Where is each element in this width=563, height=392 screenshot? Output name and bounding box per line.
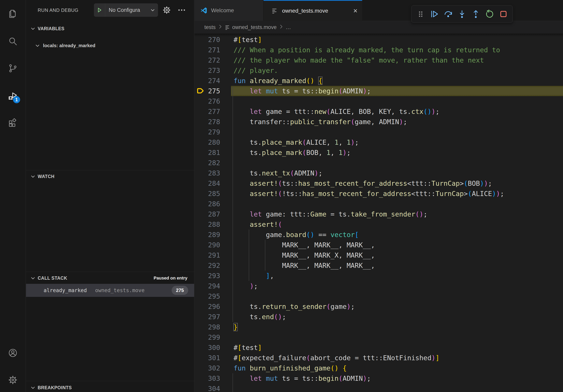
line-number[interactable]: 285: [194, 188, 220, 199]
line-number[interactable]: 284: [194, 178, 220, 188]
line-number[interactable]: 273: [194, 65, 220, 76]
code-line-302[interactable]: 302fun burn_unfinished_game() {: [194, 363, 563, 373]
code-area[interactable]: 270#[test]271/// When a position is alre…: [194, 34, 563, 392]
tab-close-icon[interactable]: ×: [353, 7, 358, 14]
code-line-296[interactable]: 296 ts.return_to_sender(game);: [194, 301, 563, 312]
code-line-278[interactable]: 278 transfer::public_transfer(game, ADMI…: [194, 117, 563, 127]
line-number[interactable]: 290: [194, 240, 220, 250]
line-number[interactable]: 293: [194, 271, 220, 281]
code-line-273[interactable]: 273/// player.: [194, 65, 563, 76]
code-line-283[interactable]: 283 ts.next_tx(ADMIN);: [194, 168, 563, 178]
line-number[interactable]: 302: [194, 363, 220, 373]
line-number[interactable]: 283: [194, 168, 220, 178]
code-line-289[interactable]: 289 game.board() == vector[: [194, 230, 563, 240]
line-number[interactable]: 282: [194, 158, 220, 168]
line-number[interactable]: 278: [194, 117, 220, 127]
line-number[interactable]: 286: [194, 199, 220, 209]
breadcrumb-item-file[interactable]: owned_tests.move: [232, 24, 277, 30]
code-line-291[interactable]: 291 MARK__, MARK_X, MARK__,: [194, 250, 563, 260]
line-number[interactable]: 292: [194, 260, 220, 271]
code-line-295[interactable]: 295: [194, 291, 563, 301]
line-number[interactable]: 301: [194, 353, 220, 363]
code-line-275[interactable]: 275 let mut ts = ts::begin(ADMIN);: [194, 86, 563, 96]
code-line-298[interactable]: 298}: [194, 322, 563, 332]
line-number[interactable]: 298: [194, 322, 220, 332]
code-line-272[interactable]: 272/// the player who made the "false" m…: [194, 55, 563, 65]
code-line-284[interactable]: 284 assert!(ts::has_most_recent_for_addr…: [194, 178, 563, 188]
code-line-287[interactable]: 287 let game: ttt::Game = ts.take_from_s…: [194, 209, 563, 219]
breadcrumb-item-tests[interactable]: tests: [204, 24, 216, 30]
debug-settings-gear-icon[interactable]: [162, 6, 171, 15]
tab-owned-tests[interactable]: owned_tests.move ×: [264, 0, 362, 21]
source-control-icon[interactable]: [7, 63, 19, 74]
breadcrumb-item-symbol[interactable]: …: [286, 24, 291, 30]
code-line-304[interactable]: 304: [194, 383, 563, 392]
line-number[interactable]: 272: [194, 55, 220, 65]
code-line-297[interactable]: 297 ts.end();: [194, 312, 563, 322]
settings-gear-icon[interactable]: [7, 374, 19, 386]
extensions-icon[interactable]: [7, 118, 19, 129]
code-line-294[interactable]: 294 );: [194, 281, 563, 291]
code-line-292[interactable]: 292 MARK__, MARK__, MARK__,: [194, 260, 563, 271]
code-line-293[interactable]: 293 ],: [194, 271, 563, 281]
code-line-277[interactable]: 277 let game = ttt::new(ALICE, BOB, KEY,…: [194, 106, 563, 117]
code-line-281[interactable]: 281 ts.place_mark(BOB, 1, 1);: [194, 147, 563, 158]
line-number[interactable]: 271: [194, 45, 220, 55]
code-line-274[interactable]: 274fun already_marked() {: [194, 76, 563, 86]
account-icon[interactable]: [7, 347, 19, 359]
code-line-276[interactable]: 276: [194, 96, 563, 106]
breakpoints-section-header[interactable]: BREAKPOINTS: [26, 382, 194, 392]
code-line-271[interactable]: 271/// When a position is already marked…: [194, 45, 563, 55]
line-number[interactable]: 280: [194, 137, 220, 147]
tab-welcome[interactable]: Welcome: [194, 0, 263, 21]
code-line-286[interactable]: 286: [194, 199, 563, 209]
line-number[interactable]: 287: [194, 209, 220, 219]
code-line-280[interactable]: 280 ts.place_mark(ALICE, 1, 1);: [194, 137, 563, 147]
code-line-285[interactable]: 285 assert!(!ts::has_most_recent_for_add…: [194, 188, 563, 199]
line-number[interactable]: 289: [194, 230, 220, 240]
continue-icon[interactable]: [429, 8, 440, 20]
call-stack-frame-row[interactable]: already_marked owned_tests.move 275: [26, 284, 194, 297]
step-over-icon[interactable]: [442, 8, 454, 20]
code-line-290[interactable]: 290 MARK__, MARK__, MARK__,: [194, 240, 563, 250]
toolbar-drag-handle[interactable]: [415, 8, 426, 20]
line-number[interactable]: 299: [194, 332, 220, 342]
code-line-282[interactable]: 282: [194, 158, 563, 168]
code-line-288[interactable]: 288 assert!(: [194, 219, 563, 230]
explorer-icon[interactable]: [7, 8, 19, 20]
line-number[interactable]: 277: [194, 106, 220, 117]
locals-scope-row[interactable]: locals: already_marked: [26, 40, 194, 51]
line-number[interactable]: 279: [194, 127, 220, 137]
line-number[interactable]: 270: [194, 35, 220, 45]
line-number[interactable]: 281: [194, 147, 220, 158]
line-number[interactable]: 295: [194, 291, 220, 301]
variables-section-header[interactable]: VARIABLES: [26, 23, 194, 35]
line-number[interactable]: 296: [194, 301, 220, 312]
code-line-300[interactable]: 300#[test]: [194, 342, 563, 353]
code-line-301[interactable]: 301#[expected_failure(abort_code = ttt::…: [194, 353, 563, 363]
watch-section-header[interactable]: WATCH: [26, 170, 194, 182]
line-number[interactable]: 303: [194, 373, 220, 383]
step-out-icon[interactable]: [470, 8, 482, 20]
line-number[interactable]: 274: [194, 76, 220, 86]
line-number[interactable]: 288: [194, 219, 220, 230]
code-line-279[interactable]: 279: [194, 127, 563, 137]
code-line-299[interactable]: 299: [194, 332, 563, 342]
line-number[interactable]: 294: [194, 281, 220, 291]
debug-config-label[interactable]: No Configura: [105, 7, 149, 13]
start-debug-icon[interactable]: [94, 7, 105, 13]
line-number[interactable]: 291: [194, 250, 220, 260]
stop-icon[interactable]: [498, 8, 509, 20]
line-number[interactable]: 300: [194, 342, 220, 353]
more-actions-icon[interactable]: [177, 6, 186, 15]
line-number[interactable]: 304: [194, 383, 220, 392]
code-line-270[interactable]: 270#[test]: [194, 35, 563, 45]
code-line-303[interactable]: 303 let mut ts = ts::begin(ADMIN);: [194, 373, 563, 383]
run-and-debug-icon[interactable]: 1: [7, 90, 19, 102]
line-number[interactable]: 297: [194, 312, 220, 322]
restart-icon[interactable]: [484, 8, 495, 20]
step-into-icon[interactable]: [456, 8, 468, 20]
line-number[interactable]: 276: [194, 96, 220, 106]
search-icon[interactable]: [7, 36, 19, 47]
debug-config-dropdown[interactable]: No Configura: [94, 3, 158, 17]
